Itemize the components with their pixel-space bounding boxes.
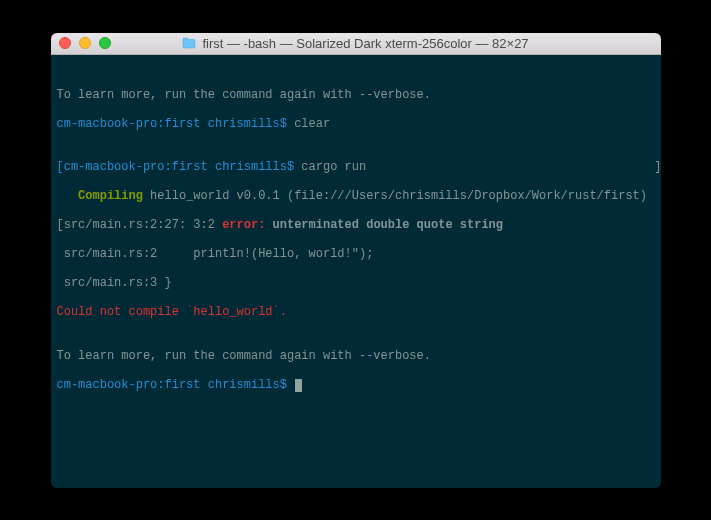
terminal-body[interactable]: To learn more, run the command again wit… [51,55,661,488]
error-label: error: [222,218,265,232]
titlebar[interactable]: first — -bash — Solarized Dark xterm-256… [51,33,661,55]
terminal-line: cm-macbook-pro:first chrismills$ clear [57,117,655,132]
compiling-target: hello_world v0.0.1 (file:///Users/chrism… [143,189,647,203]
terminal-line: Could not compile `hello_world`. [57,305,655,320]
fail-text: Could not compile [57,305,187,319]
terminal-line: Compiling hello_world v0.0.1 (file:///Us… [57,189,655,204]
error-message: unterminated double quote string [265,218,503,232]
folder-icon [182,37,196,49]
compiling-label: Compiling [57,189,143,203]
terminal-line: [src/main.rs:2:27: 3:2 error: unterminat… [57,218,655,233]
window-title-wrap: first — -bash — Solarized Dark xterm-256… [51,36,661,51]
fail-dot: . [280,305,287,319]
padding: ] [366,160,660,174]
padding: ] [503,218,661,232]
terminal-line: cm-macbook-pro:first chrismills$ [57,378,655,393]
fail-target: `hello_world` [186,305,280,319]
prompt: [cm-macbook-pro:first chrismills$ [57,160,302,174]
terminal-line: To learn more, run the command again wit… [57,88,655,103]
command-text: clear [294,117,330,131]
terminal-line: src/main.rs:3 } [57,276,655,291]
terminal-line: To learn more, run the command again wit… [57,349,655,364]
minimize-button[interactable] [79,37,91,49]
cursor [295,379,302,392]
window-title: first — -bash — Solarized Dark xterm-256… [202,36,528,51]
close-button[interactable] [59,37,71,49]
command-text: cargo run [301,160,366,174]
terminal-line: src/main.rs:2 println!(Hello, world!"); [57,247,655,262]
prompt: cm-macbook-pro:first chrismills$ [57,117,295,131]
window-controls [59,37,111,49]
error-location: [src/main.rs:2:27: 3:2 [57,218,223,232]
maximize-button[interactable] [99,37,111,49]
prompt: cm-macbook-pro:first chrismills$ [57,378,295,392]
terminal-window: first — -bash — Solarized Dark xterm-256… [51,33,661,488]
terminal-line: [cm-macbook-pro:first chrismills$ cargo … [57,160,655,175]
